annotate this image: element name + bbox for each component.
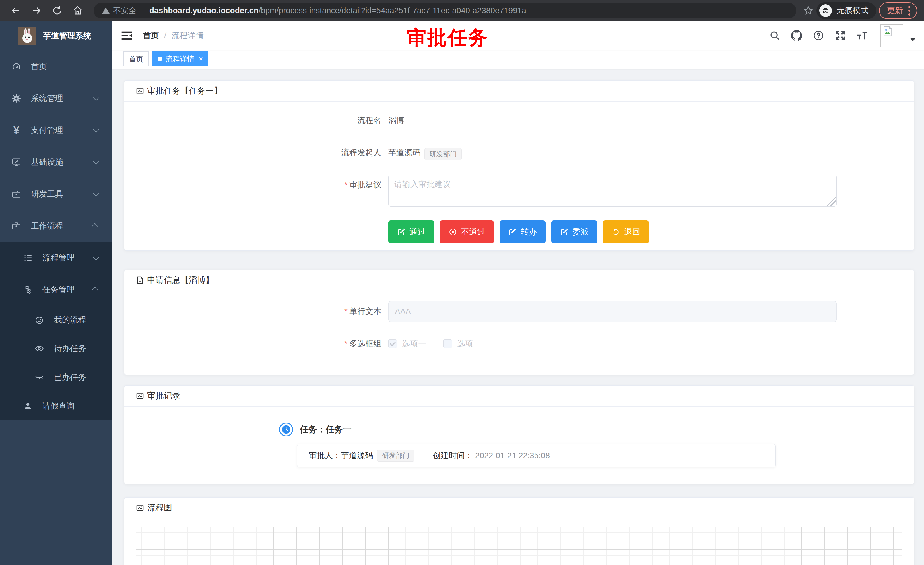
- form-row-initiator: 流程发起人 芋道源码研发部门: [136, 143, 903, 163]
- required-mark: *: [344, 339, 348, 348]
- sidebar-item-process-mgmt[interactable]: 流程管理: [0, 242, 112, 273]
- face-icon: [34, 315, 44, 325]
- breadcrumb-current: 流程详情: [172, 30, 204, 41]
- monitor-icon: [12, 157, 21, 167]
- application-info-card: 申请信息【滔博】 *单行文本 *多选框组 选项: [124, 270, 914, 375]
- circle-x-icon: [448, 228, 457, 236]
- reload-icon[interactable]: [48, 2, 66, 20]
- gear-icon: [12, 93, 21, 103]
- browser-menu-icon[interactable]: [908, 6, 910, 15]
- app-title: 芋道管理系统: [43, 30, 91, 41]
- sidebar-item-label: 请假查询: [42, 401, 98, 412]
- sidebar-item-label: 研发工具: [31, 189, 93, 200]
- tag-home[interactable]: 首页: [123, 51, 148, 66]
- created-label: 创建时间：: [433, 450, 473, 461]
- url-text: dashboard.yudao.iocoder.cn/bpm/process-i…: [149, 6, 526, 15]
- browser-toolbar: 不安全 dashboard.yudao.iocoder.cn/bpm/proce…: [0, 0, 924, 21]
- sidebar-item-payment[interactable]: ¥ 支付管理: [0, 114, 112, 146]
- search-icon[interactable]: [769, 30, 780, 41]
- help-icon[interactable]: [813, 30, 824, 41]
- chevron-down-icon: [93, 94, 100, 101]
- sidebar-item-infra[interactable]: 基础设施: [0, 146, 112, 178]
- transfer-button[interactable]: 转办: [500, 221, 546, 243]
- reject-button[interactable]: 不通过: [440, 221, 494, 243]
- home-icon[interactable]: [69, 2, 87, 20]
- sidebar-item-label: 系统管理: [31, 93, 93, 104]
- bpmn-canvas[interactable]: [136, 526, 903, 565]
- briefcase-icon: [12, 221, 21, 231]
- picture-icon: [136, 392, 144, 400]
- eye-open-icon: [34, 344, 44, 353]
- initiator-value: 芋道源码: [388, 148, 420, 157]
- insecure-label: 不安全: [113, 6, 136, 16]
- card-title: 申请信息【滔博】: [147, 275, 214, 286]
- advice-textarea[interactable]: [388, 174, 837, 207]
- sidebar-item-devtools[interactable]: 研发工具: [0, 178, 112, 210]
- card-title: 审批记录: [147, 390, 180, 402]
- sidebar-item-done-tasks[interactable]: 已办任务: [0, 363, 112, 392]
- breadcrumb-home[interactable]: 首页: [143, 30, 159, 41]
- sidebar-item-todo-tasks[interactable]: 待办任务: [0, 334, 112, 363]
- fullscreen-icon[interactable]: [834, 30, 846, 41]
- checkbox-option-1: 选项一: [388, 338, 426, 349]
- person-icon: [23, 401, 33, 411]
- return-button[interactable]: 退回: [603, 221, 649, 243]
- forward-icon[interactable]: [27, 2, 45, 20]
- required-mark: *: [344, 180, 348, 189]
- font-size-icon[interactable]: [856, 30, 868, 41]
- close-icon[interactable]: ×: [199, 56, 203, 62]
- checkbox-label: 选项二: [457, 338, 481, 349]
- workflow-submenu: 流程管理 任务管理 我的流程 待办任务: [0, 242, 112, 420]
- edit-icon: [397, 228, 405, 236]
- card-header: 审批任务【任务一】: [124, 81, 914, 102]
- bookmark-star-icon[interactable]: [803, 6, 813, 16]
- list-icon: [23, 253, 33, 263]
- chevron-down-icon: [93, 254, 100, 260]
- user-menu[interactable]: [880, 24, 916, 47]
- sidebar: 芋道管理系统 首页 系统管理 ¥ 支付管理 基础设施: [0, 21, 112, 565]
- chevron-down-icon: [93, 158, 100, 164]
- breadcrumb-separator: /: [164, 31, 166, 40]
- sidebar-item-home[interactable]: 首页: [0, 51, 112, 83]
- sidebar-item-label: 我的流程: [54, 314, 98, 325]
- tag-process-detail[interactable]: 流程详情 ×: [152, 51, 208, 66]
- sidebar-item-task-mgmt[interactable]: 任务管理: [0, 273, 112, 305]
- sidebar-item-my-process[interactable]: 我的流程: [0, 305, 112, 334]
- field-label: 流程发起人: [341, 148, 381, 157]
- logo-image: [18, 27, 36, 45]
- top-navbar: 首页 / 流程详情 审批任务: [112, 21, 924, 50]
- chevron-down-icon: [93, 126, 100, 133]
- sidebar-item-label: 待办任务: [54, 343, 98, 354]
- sidebar-item-leave-query[interactable]: 请假查询: [0, 392, 112, 420]
- incognito-icon: [819, 4, 832, 17]
- incognito-badge: 无痕模式: [816, 2, 876, 19]
- form-row-single-line: *单行文本: [136, 301, 903, 322]
- tag-label: 首页: [129, 54, 143, 64]
- approve-button[interactable]: 通过: [388, 221, 434, 243]
- dashboard-icon: [12, 62, 21, 72]
- form-row-checkbox-group: *多选框组 选项一 选项二: [136, 338, 903, 349]
- eye-closed-icon: [34, 373, 44, 382]
- approval-actions: 通过 不通过 转办 委派: [388, 221, 903, 243]
- sidebar-toggle-icon[interactable]: [120, 29, 134, 42]
- back-icon[interactable]: [7, 2, 25, 20]
- address-bar[interactable]: 不安全 dashboard.yudao.iocoder.cn/bpm/proce…: [93, 3, 796, 18]
- sidebar-item-workflow[interactable]: 工作流程: [0, 210, 112, 242]
- approver-label: 审批人：: [309, 450, 341, 461]
- tags-view: 首页 流程详情 ×: [112, 50, 924, 69]
- update-button[interactable]: 更新: [879, 2, 917, 19]
- github-icon[interactable]: [791, 30, 802, 41]
- card-title: 审批任务【任务一】: [147, 85, 222, 97]
- card-title: 流程图: [147, 502, 172, 514]
- delegate-button[interactable]: 委派: [551, 221, 597, 243]
- avatar: [880, 24, 903, 47]
- sidebar-item-system[interactable]: 系统管理: [0, 83, 112, 114]
- picture-icon: [136, 87, 144, 95]
- single-line-input: [388, 301, 837, 322]
- checkbox-checked-icon: [388, 340, 397, 348]
- incognito-label: 无痕模式: [837, 5, 868, 16]
- tree-icon: [23, 285, 33, 295]
- form-row-advice: *审批建议: [136, 174, 903, 208]
- sidebar-logo[interactable]: 芋道管理系统: [0, 21, 112, 51]
- approval-task-card: 审批任务【任务一】 流程名 滔博 流程发起人 芋道源码研发部门 *审批建议: [124, 80, 914, 251]
